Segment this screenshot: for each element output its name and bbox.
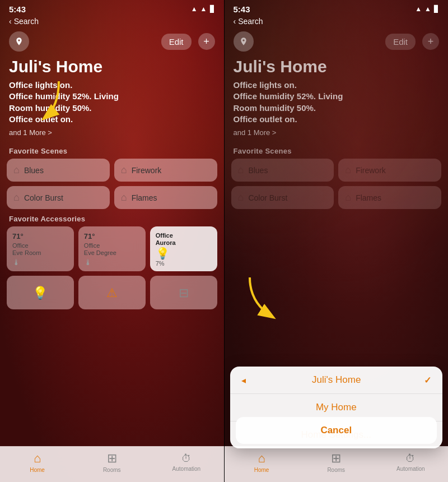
scene-name-flames: Flames bbox=[132, 193, 157, 202]
scene-home-icon-firework: ⌂ bbox=[121, 164, 127, 176]
search-label-right[interactable]: Search bbox=[238, 17, 263, 26]
accessory-tile-eve-room[interactable]: 71° OfficeEve Room 🌡 bbox=[7, 226, 74, 271]
right-panel: 5:43 ▲ ▲ ▊ ‹ Search Edit + Juli's Home bbox=[225, 0, 449, 482]
accessory-sm-outlet[interactable]: ⊟ bbox=[150, 276, 217, 309]
aurora-name: OfficeAurora bbox=[156, 232, 212, 247]
left-panel: 5:43 ▲ ▲ ▊ ‹ Search Edit + Juli's Home bbox=[0, 0, 224, 482]
alert-icon: ⚠ bbox=[106, 286, 118, 300]
eve-degree-temp: 71° bbox=[84, 232, 140, 240]
accessory-row2-left: 💡 ⚠ ⊟ bbox=[0, 276, 224, 309]
location-status-icon-right: ▲ bbox=[415, 5, 422, 13]
home-title-right: Juli's Home bbox=[225, 54, 449, 78]
automation-tab-label-right: Automation bbox=[396, 466, 425, 472]
edit-button-left[interactable]: Edit bbox=[161, 34, 192, 50]
search-label-left[interactable]: Search bbox=[14, 17, 39, 26]
scene-tile-firework-right[interactable]: ⌂ Firework bbox=[338, 159, 441, 182]
scene-tile-colorburst-right[interactable]: ⌂ Color Burst bbox=[231, 186, 334, 209]
checkmark-icon: ✓ bbox=[424, 375, 431, 386]
back-chevron-icon: ‹ bbox=[9, 17, 12, 26]
scene-tile-flames[interactable]: ⌂ Flames bbox=[114, 186, 217, 209]
home-tab-label-left: Home bbox=[30, 467, 45, 473]
rooms-tab-label-left: Rooms bbox=[103, 467, 121, 473]
search-bar-right[interactable]: ‹ Search bbox=[225, 16, 449, 29]
tab-automation-right[interactable]: ⏱ Automation bbox=[394, 453, 427, 472]
scenes-section-label-right: Favorite Scenes bbox=[225, 141, 449, 159]
scene-name-colorburst: Color Burst bbox=[24, 193, 63, 202]
location-button-left[interactable] bbox=[9, 31, 29, 52]
status-icons-left: ▲ ▲ ▊ bbox=[191, 5, 215, 13]
scene-name-firework: Firework bbox=[132, 166, 162, 175]
tab-rooms-right[interactable]: ⊞ Rooms bbox=[319, 451, 353, 473]
scene-name-colorburst-r: Color Burst bbox=[248, 193, 287, 202]
tab-home-left[interactable]: ⌂ Home bbox=[21, 451, 54, 473]
scene-name-blues-r: Blues bbox=[248, 166, 268, 175]
scene-tile-blues-right[interactable]: ⌂ Blues bbox=[231, 159, 334, 182]
eve-room-icon: 🌡 bbox=[12, 258, 68, 267]
scene-tile-flames-right[interactable]: ⌂ Flames bbox=[338, 186, 441, 209]
status-bar-left: 5:43 ▲ ▲ ▊ bbox=[0, 0, 224, 16]
status-bar-right: 5:43 ▲ ▲ ▊ bbox=[225, 0, 449, 16]
scene-tile-firework[interactable]: ⌂ Firework bbox=[114, 159, 217, 182]
dropdown-my-home-label: My Home bbox=[241, 402, 432, 413]
accessory-sm-light[interactable]: 💡 bbox=[7, 276, 74, 309]
cancel-button[interactable]: Cancel bbox=[236, 417, 437, 444]
add-button-left[interactable]: + bbox=[198, 33, 215, 50]
rooms-tab-icon-left: ⊞ bbox=[107, 451, 117, 466]
scene-home-icon-colorburst-r: ⌂ bbox=[238, 192, 244, 203]
home-title-left: Juli's Home bbox=[0, 54, 224, 78]
edit-button-right[interactable]: Edit bbox=[385, 34, 416, 50]
home-tab-label-right: Home bbox=[254, 467, 269, 473]
accessory-tile-eve-degree[interactable]: 71° OfficeEve Degree 🌡 bbox=[78, 226, 146, 271]
accessories-section-label-left: Favorite Accessories bbox=[0, 209, 224, 226]
home-tab-icon-right: ⌂ bbox=[258, 451, 265, 466]
outlet-icon: ⊟ bbox=[179, 286, 189, 300]
more-link-left[interactable]: and 1 More > bbox=[0, 126, 224, 141]
location-status-icon: ▲ bbox=[191, 5, 198, 13]
dropdown-item-julis-home[interactable]: ◂ Juli's Home ✓ bbox=[230, 367, 443, 394]
accessory-sm-alert[interactable]: ⚠ bbox=[78, 276, 146, 309]
scene-home-icon-flames: ⌂ bbox=[121, 192, 127, 203]
tab-rooms-left[interactable]: ⊞ Rooms bbox=[95, 451, 129, 473]
top-actions-right: Edit + bbox=[225, 29, 449, 54]
scene-name-blues: Blues bbox=[24, 166, 44, 175]
tab-home-right[interactable]: ⌂ Home bbox=[245, 451, 278, 473]
status-text-left: Office lights on. Office humidity 52%. L… bbox=[0, 78, 224, 126]
scene-grid-right: ⌂ Blues ⌂ Firework ⌂ Color Burst ⌂ Flame… bbox=[225, 159, 449, 209]
scene-grid-left: ⌂ Blues ⌂ Firework ⌂ Color Burst ⌂ Flame… bbox=[0, 159, 224, 209]
scene-tile-colorburst[interactable]: ⌂ Color Burst bbox=[7, 186, 110, 209]
scene-home-icon-flames-r: ⌂ bbox=[345, 192, 351, 203]
small-light-icon: 💡 bbox=[32, 286, 48, 300]
more-link-right[interactable]: and 1 More > bbox=[225, 126, 449, 141]
battery-icon: ▊ bbox=[210, 5, 215, 13]
automation-tab-icon-right: ⏱ bbox=[405, 453, 416, 465]
automation-tab-icon-left: ⏱ bbox=[181, 453, 192, 465]
location-button-right[interactable] bbox=[234, 31, 254, 52]
time-left: 5:43 bbox=[9, 4, 26, 14]
tab-bar-right: ⌂ Home ⊞ Rooms ⏱ Automation bbox=[225, 446, 449, 482]
scene-home-icon-firework-r: ⌂ bbox=[345, 164, 351, 176]
add-button-right[interactable]: + bbox=[422, 33, 439, 50]
eve-room-temp: 71° bbox=[12, 232, 68, 240]
top-actions-left: Edit + bbox=[0, 29, 224, 54]
home-tab-icon-left: ⌂ bbox=[34, 451, 41, 466]
scenes-section-label-left: Favorite Scenes bbox=[0, 141, 224, 159]
eve-room-name: OfficeEve Room bbox=[12, 242, 68, 257]
status-icons-right: ▲ ▲ ▊ bbox=[415, 5, 439, 13]
scene-home-icon-colorburst: ⌂ bbox=[13, 192, 20, 203]
status-text-right: Office lights on. Office humidity 52%. L… bbox=[225, 78, 449, 126]
battery-icon-right: ▊ bbox=[434, 5, 439, 13]
tab-bar-left: ⌂ Home ⊞ Rooms ⏱ Automation bbox=[0, 446, 224, 482]
accessory-tile-aurora[interactable]: OfficeAurora 💡 7% bbox=[150, 226, 217, 271]
scene-name-flames-r: Flames bbox=[356, 193, 381, 202]
aurora-pct: 7% bbox=[156, 260, 212, 267]
eve-degree-icon: 🌡 bbox=[84, 258, 140, 267]
back-chevron-icon-right: ‹ bbox=[234, 17, 236, 26]
search-bar-left[interactable]: ‹ Search bbox=[0, 16, 224, 29]
scene-tile-blues[interactable]: ⌂ Blues bbox=[7, 159, 110, 182]
tab-automation-left[interactable]: ⏱ Automation bbox=[170, 453, 203, 472]
rooms-tab-label-right: Rooms bbox=[327, 467, 345, 473]
wifi-icon: ▲ bbox=[200, 5, 207, 13]
accessory-grid-left: 71° OfficeEve Room 🌡 71° OfficeEve Degre… bbox=[0, 226, 224, 271]
location-pin-icon: ◂ bbox=[241, 375, 246, 386]
rooms-tab-icon-right: ⊞ bbox=[331, 451, 341, 466]
